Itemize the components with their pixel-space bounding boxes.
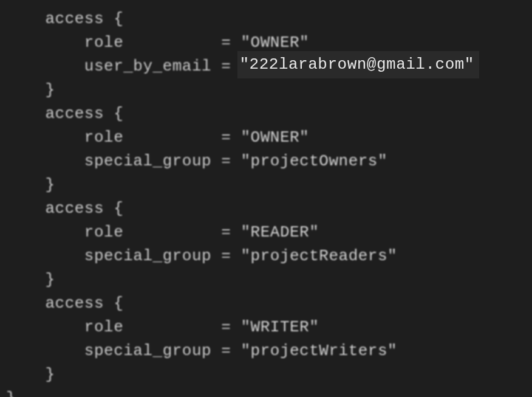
highlighted-email-value: "222larabrown@gmail.com" — [237, 51, 479, 78]
code-block: access { role = "OWNER" user_by_email = … — [6, 7, 532, 397]
